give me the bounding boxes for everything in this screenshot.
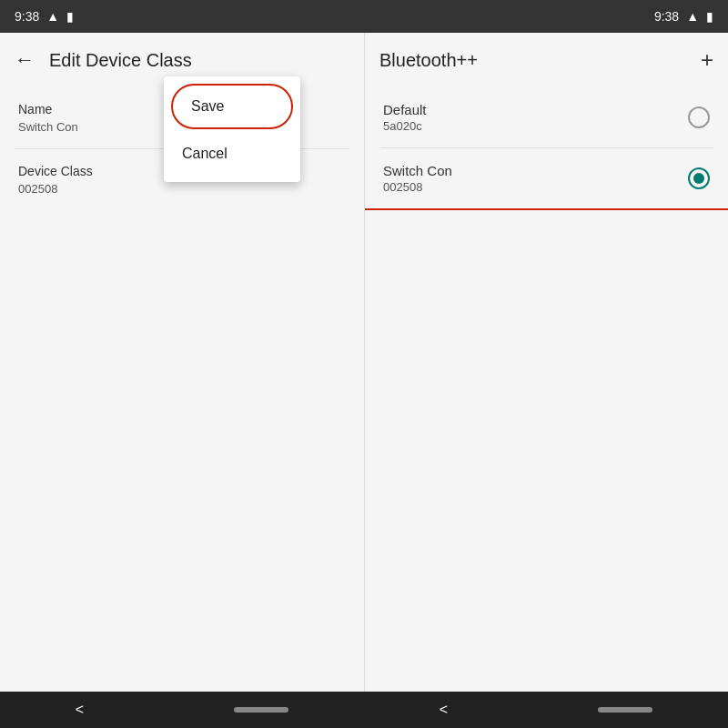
left-panel: ← Edit Device Class Save Cancel Name Swi… [0,33,364,692]
nav-bar: < < [0,692,728,728]
nav-pill-left[interactable] [234,707,288,713]
page-title: Edit Device Class [49,50,192,71]
device-default-name: Default [383,102,427,117]
battery-icon-right: ▮ [706,9,713,24]
radio-switchcon[interactable] [688,167,710,189]
status-bar: 9:38 ▲ ▮ 9:38 ▲ ▮ [0,0,728,33]
content-area: ← Edit Device Class Save Cancel Name Swi… [0,33,728,692]
right-panel-header: Bluetooth++ + [365,33,728,87]
device-switchcon-sub: 002508 [383,180,452,194]
time-right: 9:38 [654,9,679,24]
device-switchcon-info: Switch Con 002508 [383,163,452,194]
radio-default[interactable] [688,106,710,128]
nav-back-left[interactable]: < [76,702,84,718]
device-class-value: 002508 [18,182,346,196]
dropdown-menu: Save Cancel [164,76,300,182]
add-device-button[interactable]: + [701,47,713,73]
nav-section-right: < [364,702,728,718]
bluetooth-title: Bluetooth++ [379,50,478,71]
wifi-icon-right: ▲ [686,9,699,24]
wifi-icon-left: ▲ [46,9,59,24]
cancel-button[interactable]: Cancel [164,133,300,175]
save-button[interactable]: Save [171,84,293,129]
device-item-default[interactable]: Default 5a020c [365,87,728,147]
battery-icon-left: ▮ [66,9,74,24]
status-right: 9:38 ▲ ▮ [654,9,713,24]
status-left: 9:38 ▲ ▮ [15,9,74,24]
device-item-switchcon[interactable]: Switch Con 002508 [365,148,728,210]
device-default-sub: 5a020c [383,119,427,133]
device-default-info: Default 5a020c [383,102,427,133]
radio-inner-dot [693,173,704,184]
time-left: 9:38 [15,9,39,24]
back-button[interactable]: ← [15,48,35,72]
right-panel: Bluetooth++ + Default 5a020c Switch Con … [364,33,728,692]
device-switchcon-name: Switch Con [383,163,452,178]
nav-section-left: < [0,702,364,718]
nav-pill-right[interactable] [598,707,652,713]
nav-back-right[interactable]: < [440,702,448,718]
